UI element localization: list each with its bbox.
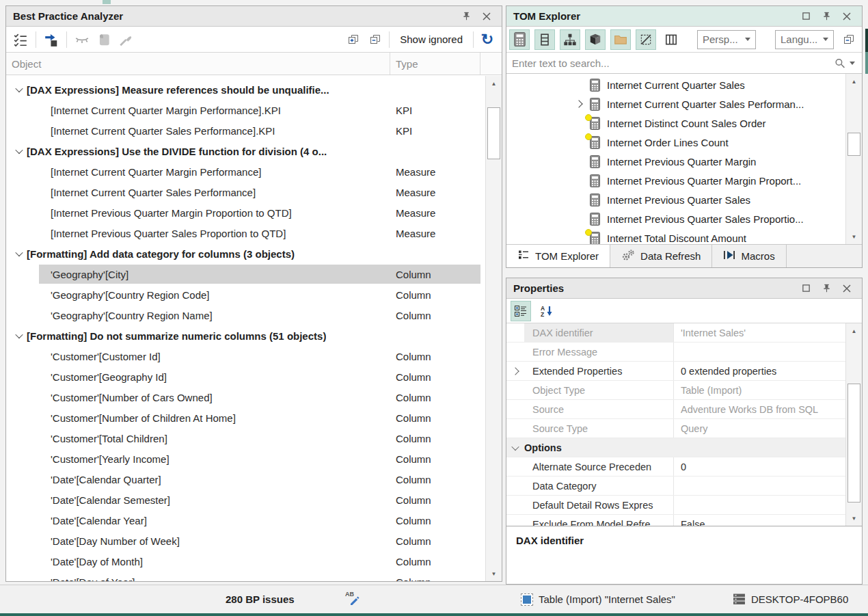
bpa-item-row[interactable]: [Internet Current Quarter Sales Performa… (6, 120, 484, 141)
status-server[interactable]: DESKTOP-4FOPB60 (733, 585, 848, 613)
property-row[interactable]: Alternate Source Preceden0 (506, 457, 862, 477)
filter-table-rows-button[interactable] (534, 29, 555, 50)
property-row[interactable]: DAX identifier'Internet Sales' (506, 323, 862, 343)
scroll-thumb[interactable] (847, 133, 860, 156)
scroll-up-arrow[interactable]: ▲ (846, 323, 862, 338)
tom-maximize-button[interactable] (800, 11, 811, 22)
bpa-item-row[interactable]: 'Geography'[City]Column (6, 264, 484, 284)
bpa-close-button[interactable] (481, 11, 492, 22)
bpa-item-row[interactable]: [Internet Current Quarter Margin Perform… (6, 161, 484, 182)
scroll-down-arrow[interactable]: ▼ (846, 229, 862, 244)
property-value[interactable]: 0 (674, 457, 862, 476)
categorized-button[interactable] (511, 301, 531, 321)
bpa-item-row[interactable]: 'Geography'[Country Region Code]Column (6, 284, 484, 305)
tom-tree-item[interactable]: Internet Previous Quarter Sales Proporti… (506, 209, 862, 228)
filter-crossed-box-button[interactable] (636, 29, 656, 50)
property-row[interactable]: Object TypeTable (Import) (506, 381, 862, 400)
refresh-button[interactable]: ↻ (477, 29, 498, 50)
type-column-header[interactable]: Type (390, 53, 480, 75)
property-value[interactable]: Adventure Works DB from SQL (674, 400, 862, 418)
tab-macros[interactable]: Macros (712, 245, 786, 267)
property-row[interactable]: Exclude From Model RefreFalse (506, 515, 862, 526)
bpa-category-row[interactable]: [DAX Expressions] Use the DIVIDE functio… (6, 141, 484, 161)
tom-tree-item[interactable]: Internet Previous Quarter Sales (506, 190, 862, 209)
sort-az-button[interactable]: AZ (537, 301, 557, 321)
tom-tree-item[interactable]: Internet Previous Quarter Margin (506, 152, 862, 171)
chevron-down-icon[interactable] (15, 249, 23, 256)
scroll-up-arrow[interactable]: ▲ (486, 76, 502, 91)
collapse-all-button[interactable] (839, 29, 859, 50)
chevron-down-icon[interactable] (15, 146, 23, 154)
tom-tree-item[interactable]: Internet Current Quarter Sales Performan… (506, 94, 862, 113)
bpa-item-row[interactable]: 'Date'[Day of Year]Column (6, 572, 484, 581)
filter-calculator-button[interactable] (509, 29, 530, 50)
tom-tree-item[interactable]: Internet Order Lines Count (506, 133, 862, 152)
bpa-item-row[interactable]: 'Customer'[Number of Children At Home]Co… (6, 407, 484, 428)
property-value[interactable]: 0 extended properties (674, 362, 862, 380)
filter-hierarchy-button[interactable] (560, 29, 580, 50)
tom-tree-item[interactable]: Internet Current Quarter Sales (506, 75, 862, 94)
tom-pin-button[interactable] (821, 11, 832, 22)
property-row[interactable]: Data Category (506, 477, 862, 496)
bpa-item-row[interactable]: 'Geography'[Country Region Name]Column (6, 305, 484, 325)
show-ignored-button[interactable]: Show ignored (393, 34, 470, 45)
tab-data-refresh[interactable]: Data Refresh (610, 245, 712, 267)
bpa-vertical-scrollbar[interactable]: ▲ ▼ (485, 76, 502, 581)
goto-object-button[interactable] (41, 29, 62, 50)
scroll-down-arrow[interactable]: ▼ (846, 511, 862, 526)
property-value[interactable] (674, 477, 862, 495)
property-row[interactable]: Extended Properties0 extended properties (506, 362, 862, 381)
chevron-right-icon[interactable] (575, 100, 582, 107)
search-options-chevron-icon[interactable] (850, 62, 855, 65)
chevron-right-icon[interactable] (511, 367, 519, 375)
search-input[interactable] (506, 57, 830, 69)
property-row[interactable]: SourceAdventure Works DB from SQL (506, 400, 862, 419)
tom-tree-item[interactable]: Internet Total Discount Amount (506, 228, 862, 244)
scroll-up-arrow[interactable]: ▲ (846, 74, 862, 89)
property-group-header[interactable]: Options (506, 438, 862, 457)
property-value[interactable]: Query (674, 419, 862, 438)
bpa-item-row[interactable]: [Internet Current Quarter Margin Perform… (6, 100, 484, 120)
bpa-item-row[interactable]: 'Date'[Day Number of Week]Column (6, 531, 484, 551)
tom-tree-item[interactable]: Internet Previous Quarter Margin Proport… (506, 171, 862, 190)
bpa-pin-button[interactable] (461, 11, 472, 22)
scroll-thumb[interactable] (847, 384, 860, 503)
property-value[interactable] (674, 343, 862, 361)
bpa-item-row[interactable]: 'Customer'[Total Children]Column (6, 428, 484, 448)
chevron-down-icon[interactable] (15, 331, 23, 338)
checklist-button[interactable] (10, 29, 31, 50)
bpa-item-row[interactable]: [Internet Current Quarter Sales Performa… (6, 182, 484, 202)
collapse-all-button[interactable] (365, 29, 385, 50)
property-row[interactable]: Error Message (506, 343, 862, 362)
bpa-item-row[interactable]: 'Date'[Day of Month]Column (6, 551, 484, 572)
chevron-down-icon[interactable] (511, 442, 519, 450)
filter-folder-button[interactable] (610, 29, 631, 50)
bpa-item-row[interactable]: [Internet Previous Quarter Sales Proport… (6, 223, 484, 243)
bpa-item-row[interactable]: 'Customer'[Customer Id]Column (6, 346, 484, 366)
bpa-category-row[interactable]: [Formatting] Do not summarize numeric co… (6, 325, 484, 346)
filter-columns-button[interactable] (661, 29, 681, 50)
perspective-dropdown[interactable]: Persp... (697, 30, 756, 49)
filter-cube-button[interactable] (585, 29, 606, 50)
bpa-category-row[interactable]: [DAX Expressions] Measure references sho… (6, 79, 484, 100)
properties-close-button[interactable] (841, 283, 852, 294)
bpa-item-row[interactable]: 'Customer'[Number of Cars Owned]Column (6, 387, 484, 407)
property-value[interactable] (674, 496, 862, 514)
property-value[interactable]: Table (Import) (674, 381, 862, 399)
properties-pin-button[interactable] (821, 283, 832, 294)
tab-tom-explorer[interactable]: TOM Explorer (506, 245, 610, 267)
bpa-item-row[interactable]: 'Customer'[Yearly Income]Column (6, 448, 484, 469)
bpa-item-row[interactable]: 'Date'[Calendar Quarter]Column (6, 469, 484, 490)
bp-issues-count[interactable]: 280 BP issues (226, 585, 295, 613)
tom-tree-item[interactable]: Internet Distinct Count Sales Order (506, 113, 862, 133)
tom-vertical-scrollbar[interactable]: ▲ ▼ (845, 74, 862, 244)
tom-close-button[interactable] (841, 11, 852, 22)
bpa-item-row[interactable]: 'Customer'[Geography Id]Column (6, 366, 484, 387)
bpa-item-row[interactable]: 'Date'[Calendar Semester]Column (6, 490, 484, 510)
rename-ab-icon[interactable]: AB (345, 591, 363, 607)
bpa-item-row[interactable]: 'Date'[Calendar Year]Column (6, 510, 484, 531)
search-icon[interactable] (834, 57, 845, 69)
scroll-thumb[interactable] (487, 107, 500, 159)
language-dropdown[interactable]: Langu... (775, 30, 834, 49)
property-row[interactable]: Default Detail Rows Expres (506, 496, 862, 515)
